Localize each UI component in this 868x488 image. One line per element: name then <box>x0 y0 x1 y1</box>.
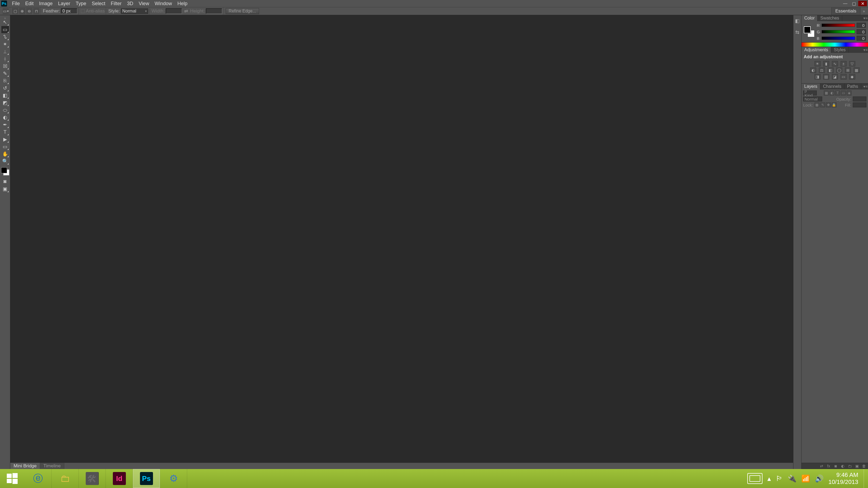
swap-dimensions-icon[interactable]: ⇄ <box>183 8 189 14</box>
layer-filter-kind[interactable]: ρ Kind <box>803 91 817 95</box>
menu-view[interactable]: View <box>136 0 152 7</box>
menu-window[interactable]: Window <box>152 0 175 7</box>
new-group-icon[interactable]: 🗀 <box>847 464 852 468</box>
quick-select-tool[interactable]: ✶ <box>1 41 9 48</box>
menu-layer[interactable]: Layer <box>55 0 73 7</box>
r-slider[interactable] <box>822 24 855 27</box>
tool-preset-picker[interactable]: ▭ <box>3 8 9 14</box>
tab-swatches[interactable]: Swatches <box>817 15 842 21</box>
maximize-button[interactable]: ▢ <box>849 1 858 6</box>
menu-3d[interactable]: 3D <box>124 0 136 7</box>
antialias-checkbox[interactable] <box>81 9 85 13</box>
show-desktop-button[interactable] <box>864 469 868 488</box>
clone-stamp-tool[interactable]: ⎘ <box>1 77 9 84</box>
blur-tool[interactable]: ⬭ <box>1 106 9 113</box>
properties-panel-icon[interactable]: ⇆ <box>795 29 801 35</box>
eraser-tool[interactable]: ◧ <box>1 92 9 99</box>
color-spectrum[interactable] <box>802 42 868 46</box>
taskbar-clock[interactable]: 9:46 AM 10/19/2013 <box>828 471 860 486</box>
filter-adjust-icon[interactable]: ◐ <box>830 91 834 95</box>
menu-edit[interactable]: Edit <box>23 0 36 7</box>
volume-icon[interactable]: 🔊 <box>815 475 824 483</box>
adj-curves-icon[interactable]: ∿ <box>832 61 838 66</box>
lock-image-icon[interactable]: ✎ <box>820 102 825 107</box>
lock-transparent-icon[interactable]: ▦ <box>814 102 819 107</box>
shape-tool[interactable]: ▭ <box>1 143 9 150</box>
tools-collapse-icon[interactable]: » <box>0 16 10 19</box>
adj-mixer-icon[interactable]: ⊞ <box>845 67 851 73</box>
workspace-menu-icon[interactable]: » <box>862 9 866 13</box>
selection-subtract-icon[interactable]: ⊖ <box>26 8 32 14</box>
minimize-button[interactable]: — <box>841 1 849 6</box>
canvas-area[interactable] <box>10 15 793 462</box>
lasso-tool[interactable]: ᔐ <box>1 33 9 40</box>
adj-vibrance-icon[interactable]: ▽ <box>849 61 855 66</box>
adj-threshold-icon[interactable]: ◪ <box>832 74 838 79</box>
close-button[interactable]: ✕ <box>858 1 867 6</box>
lock-position-icon[interactable]: ✥ <box>826 102 831 107</box>
filter-type-icon[interactable]: T <box>835 91 840 95</box>
quick-mask-tool[interactable]: ◙ <box>1 178 9 185</box>
new-layer-icon[interactable]: ▣ <box>855 464 859 468</box>
adj-posterize-icon[interactable]: ▤ <box>823 74 829 79</box>
taskbar-photoshop[interactable]: Ps <box>133 469 160 488</box>
adj-levels-icon[interactable]: ▮ <box>823 61 829 66</box>
refine-edge-button[interactable]: Refine Edge... <box>226 8 259 14</box>
adj-photo-filter-icon[interactable]: ◯ <box>836 67 842 73</box>
taskbar-tools[interactable]: 🛠 <box>79 469 106 488</box>
b-slider[interactable] <box>822 37 855 40</box>
type-tool[interactable]: T <box>1 129 9 135</box>
taskbar-indesign[interactable]: Id <box>106 469 133 488</box>
link-layers-icon[interactable]: ⇄ <box>819 464 824 468</box>
b-value[interactable]: 0 <box>857 36 866 41</box>
marquee-tool[interactable]: ▭ <box>1 26 9 33</box>
selection-new-icon[interactable]: ▢ <box>12 8 18 14</box>
selection-add-icon[interactable]: ⊕ <box>19 8 25 14</box>
adj-hue-icon[interactable]: ◐ <box>810 67 816 73</box>
taskbar-control-panel[interactable]: ⚙ <box>160 469 187 488</box>
adj-balance-icon[interactable]: ⚖ <box>819 67 825 73</box>
brush-tool[interactable]: ✎ <box>1 70 9 77</box>
g-value[interactable]: 0 <box>857 29 866 34</box>
dodge-tool[interactable]: ◐ <box>1 114 9 121</box>
osk-button[interactable] <box>747 473 763 484</box>
filter-pixel-icon[interactable]: ▦ <box>824 91 829 95</box>
lock-all-icon[interactable]: 🔒 <box>832 102 837 107</box>
r-value[interactable]: 0 <box>857 23 866 28</box>
layer-style-icon[interactable]: fx <box>826 464 831 468</box>
fg-color-swatch[interactable] <box>1 167 7 173</box>
layers-panel-menu-icon[interactable]: ▾≡ <box>863 84 868 90</box>
crop-tool[interactable]: ⟂ <box>1 48 9 55</box>
tab-mini-bridge[interactable]: Mini Bridge <box>10 463 40 469</box>
selection-intersect-icon[interactable]: ⊓ <box>33 8 39 14</box>
adj-selective-icon[interactable]: ◆ <box>849 74 855 79</box>
menu-type[interactable]: Type <box>73 0 89 7</box>
g-slider[interactable] <box>822 30 855 33</box>
healing-brush-tool[interactable]: ☒ <box>1 63 9 70</box>
history-brush-tool[interactable]: ↺ <box>1 85 9 92</box>
zoom-tool[interactable]: 🔍 <box>1 158 9 165</box>
color-panel-swatch[interactable] <box>804 26 814 37</box>
gradient-tool[interactable]: ◩ <box>1 99 9 106</box>
fill-input[interactable] <box>853 102 866 107</box>
move-tool[interactable]: ↖ <box>1 19 9 26</box>
adj-bw-icon[interactable]: ◧ <box>828 67 834 73</box>
history-panel-icon[interactable]: ◧ <box>795 18 801 24</box>
tab-styles[interactable]: Styles <box>831 47 849 53</box>
adj-invert-icon[interactable]: ◨ <box>814 74 820 79</box>
blend-mode-select[interactable]: Normal <box>803 97 822 101</box>
layer-mask-icon[interactable]: ◙ <box>833 464 838 468</box>
filter-shape-icon[interactable]: ▭ <box>841 91 846 95</box>
adj-gradient-map-icon[interactable]: ▭ <box>841 74 846 79</box>
taskbar-explorer[interactable]: 🗀 <box>52 469 79 488</box>
taskbar-ie[interactable]: ⓔ <box>24 469 52 488</box>
adjustments-panel-menu-icon[interactable]: ▾≡ <box>863 47 868 53</box>
menu-filter[interactable]: Filter <box>108 0 124 7</box>
delete-layer-icon[interactable]: 🗑 <box>862 464 866 468</box>
eyedropper-tool[interactable]: ⟊ <box>1 55 9 62</box>
workspace-switcher[interactable]: Essentials <box>831 7 860 15</box>
menu-image[interactable]: Image <box>36 0 55 7</box>
hand-tool[interactable]: ✋ <box>1 151 9 158</box>
screen-mode-tool[interactable]: ▣ <box>1 186 9 193</box>
color-panel-menu-icon[interactable]: ▾≡ <box>863 15 868 21</box>
